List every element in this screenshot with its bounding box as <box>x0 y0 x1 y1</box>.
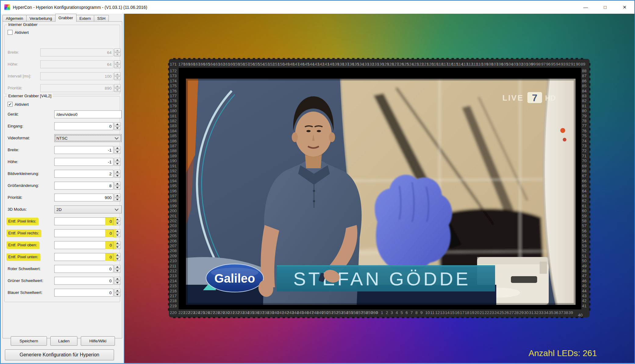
tab-extern[interactable]: Extern <box>76 15 95 22</box>
spin-input[interactable]: 0 <box>54 241 113 249</box>
internal-aktiviert-row: Aktiviert <box>8 29 120 35</box>
spin-input[interactable]: 8 <box>54 182 113 190</box>
combo-box[interactable]: NTSC <box>54 134 122 142</box>
spin-down-button[interactable] <box>114 269 121 273</box>
tab-verarbeitung[interactable]: Verarbeitung <box>26 15 55 22</box>
spin-up-button[interactable] <box>114 194 121 198</box>
spin-input[interactable]: 64 <box>40 60 113 68</box>
spin-up-button[interactable] <box>114 253 121 257</box>
tab-grabber[interactable]: Grabber <box>55 14 77 22</box>
field-label: Priorität: <box>8 195 22 200</box>
spin-input[interactable]: 0 <box>54 229 113 237</box>
led-index-number: 194 <box>170 179 177 183</box>
field-row: Breite:-1 <box>5 146 120 154</box>
led-index-number: 48 <box>582 269 587 273</box>
spin-down-button[interactable] <box>114 53 121 57</box>
internal-grabber-group: Interner Grabber Aktiviert Breite:64Höhe… <box>4 25 120 94</box>
spin-up-button[interactable] <box>114 241 121 245</box>
spin-input[interactable]: -1 <box>54 146 113 154</box>
spin-input[interactable]: 900 <box>54 194 113 202</box>
internal-aktiviert-checkbox[interactable] <box>8 30 12 35</box>
spin-down-button[interactable] <box>114 281 121 285</box>
spin-input[interactable]: 0 <box>54 277 113 285</box>
save-button[interactable]: Speichern <box>11 336 47 346</box>
tab-allgemein[interactable]: Allgemein <box>2 15 27 22</box>
spin-down-button[interactable] <box>114 245 121 249</box>
help-wiki-button[interactable]: Hilfe/Wiki <box>81 336 115 346</box>
led-index-number: 190 <box>170 159 177 163</box>
close-button[interactable]: ✕ <box>615 1 634 14</box>
spin-down-button[interactable] <box>114 77 121 80</box>
tab-ssh[interactable]: SSH <box>94 15 109 22</box>
external-aktiviert-checkbox[interactable] <box>8 102 12 107</box>
spin-up-button[interactable] <box>114 72 121 76</box>
spin-down-button[interactable] <box>114 174 121 178</box>
spin-down-button[interactable] <box>114 222 121 226</box>
spin-up-button[interactable] <box>114 229 121 233</box>
led-index-number: 176 <box>170 89 177 93</box>
spin-up-button[interactable] <box>114 289 121 293</box>
maximize-button[interactable]: □ <box>595 1 615 14</box>
spin-up-button[interactable] <box>114 182 121 186</box>
spin-down-button[interactable] <box>114 150 121 154</box>
spin-input[interactable]: 0 <box>54 253 113 261</box>
led-index-number: 172 <box>170 69 177 73</box>
spin-input[interactable]: 0 <box>54 289 113 297</box>
generate-config-button[interactable]: Generiere Konfiguration für Hyperion <box>5 349 114 360</box>
spin-input-value: 0 <box>108 266 113 273</box>
text-input[interactable]: /dev/video0 <box>54 110 122 118</box>
led-index-number: 218 <box>170 299 177 303</box>
spin-input[interactable]: 64 <box>40 48 113 56</box>
spin-up-button[interactable] <box>114 48 121 52</box>
spin-down-button[interactable] <box>114 257 121 261</box>
spinner-buttons <box>114 277 121 285</box>
led-index-number: 207 <box>170 244 177 248</box>
spin-down-button[interactable] <box>114 127 121 130</box>
led-index-number: 46 <box>582 279 587 283</box>
minimize-button[interactable]: — <box>576 1 595 14</box>
spin-up-button[interactable] <box>114 60 121 64</box>
spin-down-button[interactable] <box>114 186 121 190</box>
load-button[interactable]: Laden <box>50 336 77 346</box>
spin-down-button[interactable] <box>114 293 121 297</box>
field-row: Eingang:0 <box>5 122 120 130</box>
spin-input[interactable]: -1 <box>54 158 113 166</box>
spin-down-button[interactable] <box>114 198 121 202</box>
spin-input[interactable]: 0 <box>54 265 113 273</box>
hd-label: HD <box>545 94 556 102</box>
field-row: 3D Modus:2D <box>5 205 120 213</box>
led-index-number: 68 <box>582 169 587 173</box>
spin-up-button[interactable] <box>114 158 121 162</box>
spin-down-button[interactable] <box>114 65 121 69</box>
spin-down-button[interactable] <box>114 162 121 166</box>
led-index-number: 53 <box>582 244 587 248</box>
field-label: Entf. Pixel rechts: <box>6 230 41 237</box>
spin-up-button[interactable] <box>114 265 121 269</box>
combo-box[interactable]: 2D <box>54 205 122 213</box>
spin-up-button[interactable] <box>114 277 121 281</box>
spin-input[interactable]: 2 <box>54 170 113 178</box>
field-row: Höhe:-1 <box>5 158 120 166</box>
spin-input-value: 0 <box>108 289 113 296</box>
spinner-buttons <box>114 194 121 202</box>
led-index-number: 32 <box>534 311 538 315</box>
led-index-number: 187 <box>170 144 177 148</box>
spin-down-button[interactable] <box>114 88 121 92</box>
spin-input[interactable]: 0 <box>54 217 113 225</box>
led-index-number: 20 <box>475 311 479 315</box>
spin-input[interactable]: 0 <box>54 122 113 130</box>
spin-input[interactable]: 890 <box>40 84 113 92</box>
field-row: Bildverkleinerung:2 <box>5 170 120 178</box>
spin-up-button[interactable] <box>114 170 121 174</box>
led-index-number: 208 <box>170 249 177 253</box>
spin-down-button[interactable] <box>114 234 121 237</box>
spin-up-button[interactable] <box>114 84 121 88</box>
spin-up-button[interactable] <box>114 217 121 221</box>
field-row: Gerät:/dev/video0 <box>5 110 120 118</box>
spin-input[interactable]: 100 <box>40 72 113 80</box>
led-index-number: 85 <box>582 84 587 88</box>
led-index-number: 76 <box>582 129 587 133</box>
spin-up-button[interactable] <box>114 122 121 126</box>
spin-up-button[interactable] <box>114 146 121 150</box>
led-index-number: 16 <box>455 311 459 315</box>
